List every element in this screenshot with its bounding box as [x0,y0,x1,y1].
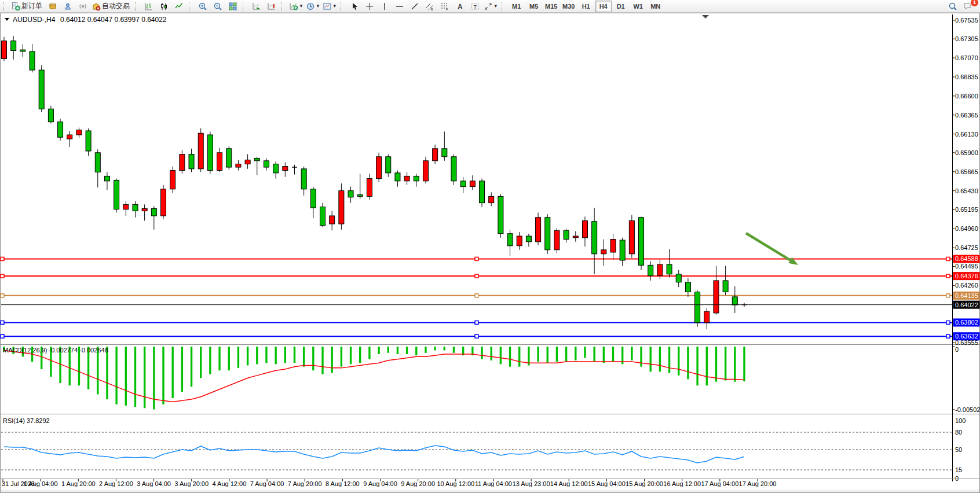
time-tick-label: 13 Aug 23:00 [513,480,550,487]
line-handle[interactable] [475,274,478,278]
line-handle[interactable] [1,334,4,338]
zoom-out-icon [213,2,222,11]
auto-trading-button[interactable]: 自动交易 [90,0,133,13]
candle-body [714,281,719,313]
line-handle[interactable] [1,294,4,297]
price-tick-label: 0.64960 [955,225,978,232]
candle-body [264,161,269,167]
timeframe-m30-button[interactable]: M30 [561,1,577,12]
market-watch-icon [48,2,57,11]
navigator-icon [63,2,72,11]
candle-body [310,189,316,208]
toolbar-separator [3,2,8,11]
line-handle[interactable] [946,294,950,297]
timeframe-d1-button[interactable]: D1 [613,1,629,12]
price-line-label-text: 0.64135 [955,292,978,299]
indicators-button[interactable]: ▼ [288,0,305,13]
time-tick-label: 2 Aug 12:00 [99,480,133,487]
timeframe-h1-button[interactable]: H1 [578,1,594,12]
candle-body [601,250,606,254]
cursor-icon [350,2,359,11]
candle-body [536,218,541,242]
horizontal-line-icon [395,2,404,11]
cursor-button[interactable] [347,0,362,13]
line-handle[interactable] [475,294,478,297]
timeframe-m15-button[interactable]: M15 [543,1,560,12]
time-tick-label: 17 Aug 04:00 [701,480,738,487]
timeframe-m1-button[interactable]: M1 [509,1,525,12]
vertical-line-button[interactable] [377,0,392,13]
bar-chart-button[interactable] [141,0,156,13]
chart-area[interactable]: 0.675350.673050.670700.668350.666000.663… [0,13,980,493]
time-tick-label: 3 Aug 04:00 [137,480,171,487]
text-button[interactable]: A [452,0,467,13]
candlestick-chart-button[interactable] [156,0,171,13]
timeframe-h4-button[interactable]: H4 [595,1,612,12]
window-bottom-strip [1,490,979,492]
timeframe-w1-button[interactable]: W1 [630,1,646,12]
arrows-icon [484,2,493,11]
candle-body [236,164,241,167]
fibonacci-button[interactable]: F [437,0,452,13]
equidistant-channel-button[interactable]: E [422,0,437,13]
candle-body [30,51,35,70]
candle-body [320,207,326,226]
line-handle[interactable] [475,321,478,324]
line-handle[interactable] [475,334,478,338]
zoom-in-button[interactable] [195,0,210,13]
text-label-button[interactable]: T [467,0,482,13]
candle-body [498,196,503,233]
horizontal-line-button[interactable] [392,0,407,13]
chart-background[interactable] [0,13,980,493]
line-handle[interactable] [1,321,4,324]
candle-body [685,282,690,292]
notifications-button[interactable]: 1 [960,0,975,13]
rsi-scale-label: 15 [955,466,962,473]
candle-body [732,297,737,305]
market-watch-button[interactable] [45,0,60,13]
candle-body [433,149,438,161]
line-handle[interactable] [946,274,950,278]
line-handle[interactable] [475,257,478,260]
timeframe-mn-button[interactable]: MN [648,1,664,12]
candle-body [207,135,213,171]
line-chart-button[interactable] [171,0,187,13]
new-order-icon [11,2,20,11]
line-handle[interactable] [1,257,4,260]
line-handle[interactable] [946,257,950,260]
candle-body [592,222,597,254]
price-tick-label: 0.65430 [955,187,978,194]
candle-body [189,154,194,169]
new-order-button[interactable]: 新订单 [10,0,45,13]
candle-body [114,180,119,209]
candle-body [620,240,625,260]
candle-body [629,220,634,253]
candle-body [367,179,372,197]
line-handle[interactable] [946,321,950,324]
zoom-out-button[interactable] [210,0,225,13]
timeframe-m5-button[interactable]: M5 [526,1,542,12]
arrows-button[interactable]: ▼ [482,0,499,13]
navigator-button[interactable] [60,0,75,13]
candle-body [489,196,494,203]
time-tick-label: 9 Aug 04:00 [363,480,397,487]
auto-scroll-button[interactable] [249,0,264,13]
candle-body [39,70,44,109]
candle-body [142,208,147,211]
line-handle[interactable] [1,274,4,278]
signals-button[interactable] [75,0,90,13]
price-tick-label: 0.64725 [955,244,978,251]
main-toolbar: 新订单自动交易▼▼▼EFAT▼M1M5M15M30H1H4D1W1MN1 [0,0,980,13]
trendline-button[interactable] [407,0,422,13]
candle-body [386,157,391,173]
crosshair-button[interactable] [362,0,377,13]
candle-body [610,240,616,252]
periods-button[interactable]: ▼ [305,0,321,13]
chart-shift-button[interactable] [264,0,279,13]
price-tick-label: 0.67305 [955,35,978,42]
search-button[interactable] [945,0,960,13]
tile-windows-button[interactable] [225,0,240,13]
templates-button[interactable]: ▼ [321,0,338,13]
candle-body [151,208,156,216]
line-handle[interactable] [946,334,950,338]
